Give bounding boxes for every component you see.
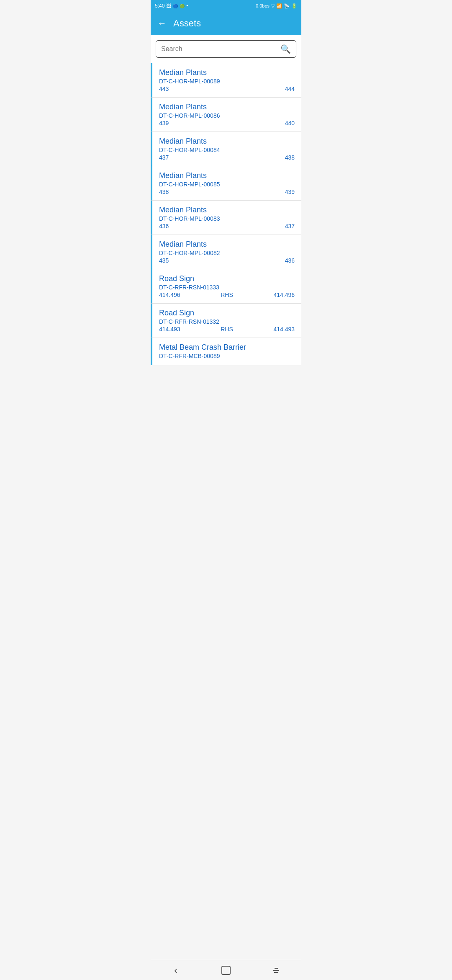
asset-num-middle: RHS — [221, 326, 233, 333]
app-bar: ← Assets — [151, 12, 301, 35]
asset-num-right: 438 — [285, 154, 295, 161]
asset-num-left: 438 — [159, 188, 169, 195]
asset-num-right: 437 — [285, 223, 295, 230]
list-item[interactable]: Median PlantsDT-C-HOR-MPL-00082435436 — [151, 235, 301, 269]
status-bar: 5:40 🖼 🔵 🟢 • 0.0bps ▽ 📶 📡 🔋 — [151, 0, 301, 12]
status-bar-left: 5:40 🖼 🔵 🟢 • — [155, 3, 188, 9]
asset-code: DT-C-HOR-MPL-00083 — [159, 215, 295, 222]
asset-numbers-row: 439440 — [159, 120, 295, 126]
list-item[interactable]: Metal Beam Crash BarrierDT-C-RFR-MCB-000… — [151, 338, 301, 365]
search-input[interactable] — [161, 45, 280, 53]
list-item[interactable]: Median PlantsDT-C-HOR-MPL-00084437438 — [151, 132, 301, 166]
asset-code: DT-C-RFR-RSN-01332 — [159, 318, 295, 325]
asset-numbers-row: 437438 — [159, 154, 295, 161]
asset-title: Median Plants — [159, 137, 295, 146]
asset-code: DT-C-HOR-MPL-00085 — [159, 181, 295, 188]
signal-triangle-icon: ▽ — [271, 3, 275, 9]
search-icon: 🔍 — [280, 44, 291, 54]
asset-title: Road Sign — [159, 274, 295, 283]
asset-num-middle: RHS — [221, 291, 233, 298]
search-container: 🔍 — [151, 35, 301, 63]
asset-num-left: 414.493 — [159, 326, 180, 333]
wifi-icon: 📶 — [276, 3, 282, 9]
search-box[interactable]: 🔍 — [156, 40, 296, 58]
app-icon-1: 🔵 — [173, 4, 178, 8]
status-bar-right: 0.0bps ▽ 📶 📡 🔋 — [256, 3, 297, 9]
asset-numbers-row: 436437 — [159, 223, 295, 230]
asset-num-right: 436 — [285, 257, 295, 264]
gallery-icon: 🖼 — [166, 3, 171, 9]
cellular-icon: 📡 — [284, 3, 290, 9]
list-item[interactable]: Median PlantsDT-C-HOR-MPL-00089443444 — [151, 63, 301, 98]
asset-title: Median Plants — [159, 171, 295, 180]
list-item[interactable]: Median PlantsDT-C-HOR-MPL-00083436437 — [151, 201, 301, 235]
time-display: 5:40 — [155, 3, 164, 9]
list-item[interactable]: Road SignDT-C-RFR-RSN-01332414.493RHS414… — [151, 304, 301, 338]
asset-num-right: 439 — [285, 188, 295, 195]
dot-indicator: • — [186, 3, 188, 9]
asset-numbers-row: 438439 — [159, 188, 295, 195]
asset-numbers-row: 435436 — [159, 257, 295, 264]
asset-code: DT-C-RFR-MCB-00089 — [159, 353, 295, 359]
asset-title: Median Plants — [159, 240, 295, 249]
list-item[interactable]: Road SignDT-C-RFR-RSN-01333414.496RHS414… — [151, 269, 301, 304]
asset-num-right: 414.493 — [273, 326, 295, 333]
asset-num-left: 414.496 — [159, 291, 180, 298]
asset-title: Median Plants — [159, 68, 295, 77]
asset-num-left: 437 — [159, 154, 169, 161]
asset-code: DT-C-HOR-MPL-00086 — [159, 112, 295, 119]
asset-title: Median Plants — [159, 103, 295, 111]
asset-num-left: 443 — [159, 85, 169, 92]
asset-title: Metal Beam Crash Barrier — [159, 343, 295, 352]
battery-icon: 🔋 — [291, 3, 297, 9]
asset-code: DT-C-HOR-MPL-00082 — [159, 250, 295, 256]
asset-title: Median Plants — [159, 206, 295, 214]
asset-num-right: 414.496 — [273, 291, 295, 298]
asset-num-left: 436 — [159, 223, 169, 230]
asset-code: DT-C-HOR-MPL-00084 — [159, 147, 295, 153]
asset-numbers-row: 443444 — [159, 85, 295, 92]
asset-num-right: 444 — [285, 85, 295, 92]
asset-code: DT-C-HOR-MPL-00089 — [159, 78, 295, 85]
asset-num-left: 439 — [159, 120, 169, 126]
list-item[interactable]: Median PlantsDT-C-HOR-MPL-00086439440 — [151, 98, 301, 132]
asset-title: Road Sign — [159, 309, 295, 317]
network-speed: 0.0bps — [256, 3, 270, 8]
main-content: 🔍 Median PlantsDT-C-HOR-MPL-00089443444M… — [151, 35, 301, 385]
asset-list: Median PlantsDT-C-HOR-MPL-00089443444Med… — [151, 63, 301, 365]
asset-code: DT-C-RFR-RSN-01333 — [159, 284, 295, 291]
page-title: Assets — [173, 18, 201, 29]
asset-num-left: 435 — [159, 257, 169, 264]
list-item[interactable]: Median PlantsDT-C-HOR-MPL-00085438439 — [151, 166, 301, 201]
app-icon-2: 🟢 — [180, 4, 185, 8]
asset-numbers-row: 414.493RHS414.493 — [159, 326, 295, 333]
asset-num-right: 440 — [285, 120, 295, 126]
asset-numbers-row: 414.496RHS414.496 — [159, 291, 295, 298]
back-button[interactable]: ← — [157, 18, 167, 29]
